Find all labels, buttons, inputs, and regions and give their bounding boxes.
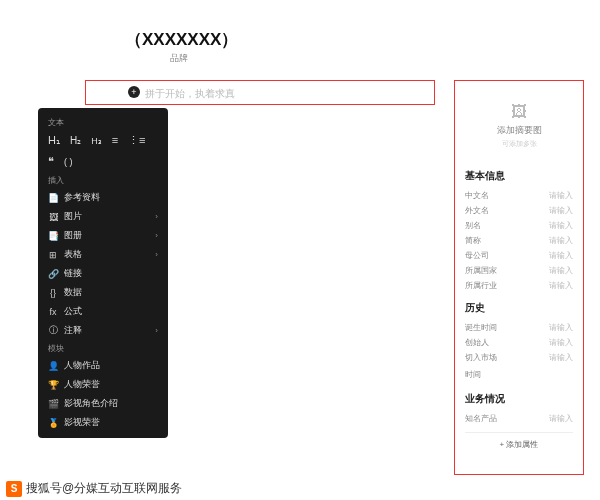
heading-1-button[interactable]: H₁ <box>48 134 60 147</box>
field-label: 简称 <box>465 235 481 246</box>
item-label: 数据 <box>64 286 82 299</box>
field-input[interactable]: 请输入 <box>549 265 573 276</box>
main-placeholder[interactable]: 拼于开始，执着求真 <box>145 87 235 101</box>
cover-sub: 可添加多张 <box>465 139 573 149</box>
field-input[interactable]: 请输入 <box>549 337 573 348</box>
bracket-button[interactable]: ( ) <box>64 157 73 167</box>
item-icon: ⊞ <box>48 250 58 260</box>
field-input[interactable]: 请输入 <box>549 413 573 424</box>
module-0[interactable]: 👤人物作品 <box>38 356 168 375</box>
item-label: 图片 <box>64 210 82 223</box>
insert-1[interactable]: 🖼图片› <box>38 207 168 226</box>
field-row[interactable]: 外文名请输入 <box>465 203 573 218</box>
heading-3-button[interactable]: H₃ <box>91 136 102 146</box>
editor-toolbar: 文本 H₁ H₂ H₃ ≡ ⋮≡ ❝ ( ) 插入 📄参考资料🖼图片›📑图册›⊞… <box>38 108 168 438</box>
insert-3[interactable]: ⊞表格› <box>38 245 168 264</box>
sohu-logo: S <box>6 481 22 497</box>
item-label: 公式 <box>64 305 82 318</box>
field-label: 别名 <box>465 220 481 231</box>
module-label: 影视角色介绍 <box>64 397 118 410</box>
insert-4[interactable]: 🔗链接 <box>38 264 168 283</box>
text-section-label: 文本 <box>38 114 168 130</box>
item-label: 图册 <box>64 229 82 242</box>
module-1[interactable]: 🏆人物荣誉 <box>38 375 168 394</box>
add-icon[interactable]: + <box>128 86 140 98</box>
insert-5[interactable]: {}数据 <box>38 283 168 302</box>
module-icon: 🏅 <box>48 418 58 428</box>
business-title: 业务情况 <box>465 392 573 406</box>
quote-button[interactable]: ❝ <box>48 155 54 168</box>
chevron-right-icon: › <box>155 231 158 240</box>
field-row[interactable]: 别名请输入 <box>465 218 573 233</box>
item-icon: fx <box>48 307 58 317</box>
field-input[interactable]: 请输入 <box>549 205 573 216</box>
field-row[interactable]: 母公司请输入 <box>465 248 573 263</box>
field-row[interactable]: 创始人请输入 <box>465 335 573 350</box>
field-label: 外文名 <box>465 205 489 216</box>
module-icon: 🎬 <box>48 399 58 409</box>
field-row[interactable]: 所属行业请输入 <box>465 278 573 293</box>
item-icon: 🖼 <box>48 212 58 222</box>
item-icon: {} <box>48 288 58 298</box>
insert-section-label: 插入 <box>38 172 168 188</box>
insert-2[interactable]: 📑图册› <box>38 226 168 245</box>
field-label: 知名产品 <box>465 413 497 424</box>
cover-text: 添加摘要图 <box>465 124 573 137</box>
field-input[interactable]: 请输入 <box>549 280 573 291</box>
add-attribute-button[interactable]: + 添加属性 <box>465 432 573 456</box>
module-3[interactable]: 🏅影视荣誉 <box>38 413 168 432</box>
insert-0[interactable]: 📄参考资料 <box>38 188 168 207</box>
field-input[interactable]: 请输入 <box>549 250 573 261</box>
item-icon: ⓘ <box>48 326 58 336</box>
field-row[interactable]: 简称请输入 <box>465 233 573 248</box>
field-label: 中文名 <box>465 190 489 201</box>
module-label: 人物荣誉 <box>64 378 100 391</box>
field-row[interactable]: 切入市场请输入 <box>465 350 573 365</box>
field-input[interactable]: 请输入 <box>549 322 573 333</box>
item-label: 表格 <box>64 248 82 261</box>
item-icon: 📑 <box>48 231 58 241</box>
field-input[interactable]: 请输入 <box>549 220 573 231</box>
item-label: 注释 <box>64 324 82 337</box>
image-icon: 🖼 <box>465 103 573 121</box>
heading-2-button[interactable]: H₂ <box>70 135 81 146</box>
field-label: 诞生时间 <box>465 322 497 333</box>
module-label: 影视荣誉 <box>64 416 100 429</box>
field-label: 所属国家 <box>465 265 497 276</box>
footer-text: 搜狐号@分媒互动互联网服务 <box>26 480 182 497</box>
insert-7[interactable]: ⓘ注释› <box>38 321 168 340</box>
insert-6[interactable]: fx公式 <box>38 302 168 321</box>
ol-button[interactable]: ⋮≡ <box>128 134 145 147</box>
field-label: 切入市场 <box>465 352 497 363</box>
field-row[interactable]: 知名产品请输入 <box>465 411 573 426</box>
module-icon: 👤 <box>48 361 58 371</box>
field-input[interactable]: 请输入 <box>549 235 573 246</box>
chevron-right-icon: › <box>155 250 158 259</box>
item-label: 参考资料 <box>64 191 100 204</box>
basic-info-title: 基本信息 <box>465 169 573 183</box>
chevron-right-icon: › <box>155 212 158 221</box>
field-row[interactable]: 所属国家请输入 <box>465 263 573 278</box>
module-2[interactable]: 🎬影视角色介绍 <box>38 394 168 413</box>
field-label: 创始人 <box>465 337 489 348</box>
footer-credit: S 搜狐号@分媒互动互联网服务 <box>6 480 182 497</box>
field-label: 母公司 <box>465 250 489 261</box>
chevron-right-icon: › <box>155 326 158 335</box>
module-icon: 🏆 <box>48 380 58 390</box>
field-input[interactable]: 请输入 <box>549 190 573 201</box>
item-icon: 📄 <box>48 193 58 203</box>
item-label: 链接 <box>64 267 82 280</box>
ul-button[interactable]: ≡ <box>112 134 118 146</box>
history-title: 历史 <box>465 301 573 315</box>
module-section-label: 模块 <box>38 340 168 356</box>
page-subtitle: 品牌 <box>170 52 188 65</box>
field-row[interactable]: 诞生时间请输入 <box>465 320 573 335</box>
page-title: （XXXXXXX） <box>125 28 238 51</box>
cover-upload[interactable]: 🖼 添加摘要图 可添加多张 <box>465 89 573 161</box>
field-input[interactable]: 请输入 <box>549 352 573 363</box>
field-label: 所属行业 <box>465 280 497 291</box>
history-extra: 时间 <box>465 365 573 384</box>
item-icon: 🔗 <box>48 269 58 279</box>
field-row[interactable]: 中文名请输入 <box>465 188 573 203</box>
module-label: 人物作品 <box>64 359 100 372</box>
